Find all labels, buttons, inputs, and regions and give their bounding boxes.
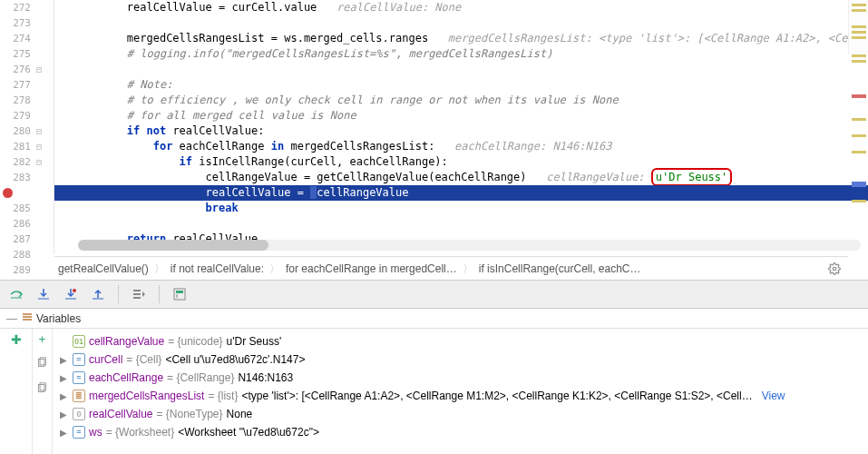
current-execution-line: realCellValue = cellRangeValue [54, 185, 868, 201]
line-number: 285 [0, 201, 36, 216]
line-number: 279 [0, 108, 36, 123]
fold-icon[interactable]: ⊟ [36, 62, 47, 77]
minimap[interactable] [848, 0, 868, 54]
debug-side-tabs: ✚ [0, 329, 33, 454]
line-number: 276 [0, 62, 36, 77]
crumb[interactable]: if not realCellValue: [171, 257, 264, 281]
chevron-right-icon: 〉 [269, 257, 280, 281]
inline-hint: eachCellRange: N146:N163 [434, 140, 611, 153]
type-icon: = [73, 371, 85, 384]
chevron-right-icon: 〉 [463, 257, 473, 281]
crumb[interactable]: getRealCellValue() [58, 257, 149, 281]
variables-icon [22, 311, 33, 325]
svg-point-3 [73, 289, 76, 292]
crumb[interactable]: if isInCellRange(curCell, eachC… [479, 257, 641, 281]
expand-icon[interactable]: ▶ [60, 428, 69, 438]
inline-hint: realCellValue: None [317, 1, 461, 14]
type-icon: ≣ [73, 390, 85, 402]
inline-hint: cellRangeValue: [527, 171, 651, 183]
horizontal-scrollbar[interactable] [78, 240, 861, 251]
line-number: 275 [0, 46, 36, 62]
line-number: 280 [0, 123, 36, 139]
expand-icon[interactable]: ▶ [60, 373, 69, 383]
code-editor[interactable]: realCellValue = curCell.value realCellVa… [54, 0, 868, 254]
svg-rect-7 [133, 293, 141, 295]
fold-icon[interactable]: ⊟ [36, 139, 47, 154]
line-number: 287 [0, 232, 36, 247]
variables-tree[interactable]: 01cellRangeValue = {unicode} u'Dr Seuss'… [53, 329, 868, 454]
inline-hint: mergedCellsRangesList: <type 'list'>: [<… [428, 32, 868, 44]
svg-rect-15 [23, 319, 32, 321]
expand-icon[interactable]: ▶ [60, 391, 69, 401]
variable-row[interactable]: ▶=ws = {Worksheet} <Worksheet "\u7ed8\u6… [60, 423, 861, 441]
expand-icon[interactable]: ▶ [60, 410, 69, 419]
variables-label: Variables [36, 312, 81, 325]
svg-rect-10 [176, 291, 183, 293]
svg-rect-14 [23, 316, 32, 318]
line-number: 277 [0, 77, 36, 93]
svg-rect-13 [23, 313, 32, 315]
svg-rect-8 [133, 297, 141, 299]
copy-icon[interactable] [36, 382, 48, 397]
variable-row[interactable]: ▶=curCell = {Cell} <Cell u'\u7ed8\u672c'… [60, 350, 861, 369]
run-to-cursor-icon[interactable] [132, 287, 146, 301]
variables-panel-header: — Variables [0, 309, 868, 329]
line-number: 288 [0, 247, 36, 262]
type-icon: = [73, 353, 85, 366]
line-number: 282 [0, 154, 36, 170]
type-icon: = [73, 426, 85, 439]
variable-row[interactable]: ▶0realCellValue = {NoneType} None [60, 405, 861, 423]
line-number: 281 [0, 139, 36, 154]
breakpoint-icon[interactable] [3, 188, 13, 198]
debug-toolbar [0, 280, 868, 309]
line-number: 273 [0, 15, 36, 31]
crumb[interactable]: for eachCellRange in mergedCell… [286, 257, 457, 281]
copy-icon[interactable] [36, 357, 48, 371]
variable-row[interactable]: ▶≣mergedCellsRangesList = {list} <type '… [60, 387, 861, 405]
gear-icon[interactable] [828, 257, 841, 281]
line-number: 283 [0, 170, 36, 185]
plus-icon[interactable]: ✚ [11, 332, 22, 347]
add-watch-icon[interactable]: + [39, 332, 46, 346]
line-number: 272 [0, 0, 36, 15]
step-over-icon[interactable] [9, 287, 24, 301]
step-into-my-icon[interactable] [63, 287, 78, 301]
line-number: 274 [0, 31, 36, 46]
evaluate-icon[interactable] [172, 287, 187, 301]
minimize-icon[interactable]: — [5, 312, 18, 325]
chevron-right-icon: 〉 [154, 257, 165, 281]
variable-row[interactable]: 01cellRangeValue = {unicode} u'Dr Seuss' [60, 332, 861, 350]
highlighted-value: u'Dr Seuss' [651, 168, 732, 186]
expand-icon[interactable]: ▶ [60, 355, 69, 365]
type-icon: 0 [73, 408, 85, 420]
svg-rect-6 [133, 290, 141, 291]
step-out-icon[interactable] [91, 287, 105, 301]
line-number: 278 [0, 93, 36, 108]
fold-icon[interactable]: ⊟ [36, 123, 47, 139]
svg-point-0 [833, 268, 836, 271]
fold-icon[interactable]: ⊟ [36, 154, 47, 170]
step-into-icon[interactable] [36, 287, 51, 301]
type-icon: 01 [73, 335, 85, 348]
variable-row[interactable]: ▶=eachCellRange = {CellRange} N146:N163 [60, 369, 861, 387]
view-link[interactable]: View [762, 390, 785, 402]
line-number: 289 [0, 262, 36, 278]
line-number: 286 [0, 216, 36, 232]
breadcrumb: getRealCellValue() 〉 if not realCellValu… [54, 256, 848, 280]
svg-rect-9 [174, 289, 185, 300]
